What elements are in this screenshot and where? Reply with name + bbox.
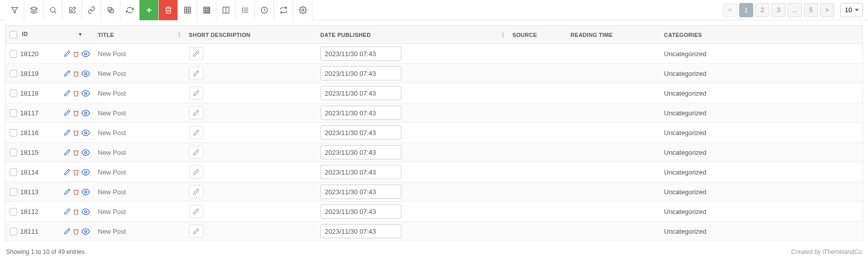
edit-description-button[interactable] — [189, 67, 203, 80]
row-title[interactable]: New Post — [94, 162, 185, 182]
edit-icon[interactable] — [64, 50, 71, 57]
sync-button[interactable] — [274, 0, 293, 20]
compose-button[interactable] — [63, 0, 82, 20]
row-title[interactable]: New Post — [94, 222, 185, 241]
row-checkbox[interactable] — [10, 149, 17, 156]
col-header-id[interactable]: ID ▼ — [6, 26, 94, 44]
row-title[interactable]: New Post — [94, 83, 185, 103]
row-title[interactable]: New Post — [94, 143, 185, 162]
date-input[interactable] — [321, 224, 401, 238]
row-title[interactable]: New Post — [94, 44, 185, 64]
edit-description-button[interactable] — [189, 47, 203, 60]
list-button[interactable] — [236, 0, 255, 20]
row-checkbox[interactable] — [10, 208, 17, 215]
grid-button[interactable] — [197, 0, 216, 20]
row-checkbox[interactable] — [10, 90, 17, 97]
edit-description-button[interactable] — [189, 185, 203, 198]
edit-description-button[interactable] — [189, 146, 203, 159]
view-icon[interactable] — [81, 89, 90, 98]
trash-icon[interactable] — [73, 228, 79, 235]
page-3[interactable]: 3 — [771, 3, 786, 17]
trash-icon[interactable] — [73, 90, 79, 97]
page-1[interactable]: 1 — [739, 3, 753, 17]
columns-button[interactable] — [216, 0, 236, 20]
row-checkbox[interactable] — [10, 70, 17, 77]
layers-button[interactable] — [24, 0, 43, 20]
select-all-checkbox[interactable] — [10, 31, 17, 38]
row-title[interactable]: New Post — [94, 202, 185, 222]
date-input[interactable] — [321, 185, 401, 199]
history-button[interactable] — [255, 0, 274, 20]
trash-icon[interactable] — [73, 189, 79, 195]
date-input[interactable] — [321, 165, 401, 179]
row-title[interactable]: New Post — [94, 64, 185, 83]
date-input[interactable] — [321, 204, 401, 219]
edit-description-button[interactable] — [189, 86, 203, 100]
date-input[interactable] — [321, 47, 401, 61]
view-icon[interactable] — [81, 207, 90, 216]
search-button[interactable] — [43, 0, 63, 20]
edit-description-button[interactable] — [189, 126, 203, 139]
col-header-date[interactable]: DATE PUBLISHED▲▼ — [316, 26, 509, 44]
col-header-short-desc[interactable]: SHORT DESCRIPTION — [185, 26, 316, 44]
page-2[interactable]: 2 — [755, 3, 769, 17]
trash-icon[interactable] — [73, 110, 79, 116]
view-icon[interactable] — [81, 188, 90, 196]
date-input[interactable] — [321, 106, 401, 120]
col-header-title[interactable]: TITLE▲▼ — [94, 26, 185, 44]
page-size-select[interactable]: 10 — [840, 3, 863, 17]
edit-icon[interactable] — [64, 228, 71, 235]
row-checkbox[interactable] — [10, 50, 17, 58]
view-icon[interactable] — [81, 50, 90, 58]
trash-icon[interactable] — [73, 208, 79, 215]
row-checkbox[interactable] — [10, 129, 17, 137]
row-title[interactable]: New Post — [94, 103, 185, 123]
copy-button[interactable] — [101, 0, 120, 20]
settings-button[interactable] — [293, 0, 312, 20]
edit-description-button[interactable] — [189, 205, 203, 218]
col-header-source[interactable]: SOURCE — [509, 26, 567, 44]
row-checkbox[interactable] — [10, 188, 17, 196]
col-header-reading[interactable]: READING TIME — [567, 26, 660, 44]
view-icon[interactable] — [81, 168, 90, 177]
page-next[interactable]: > — [820, 3, 834, 17]
row-title[interactable]: New Post — [94, 182, 185, 202]
row-checkbox[interactable] — [10, 109, 17, 117]
date-input[interactable] — [321, 66, 401, 80]
trash-icon[interactable] — [73, 169, 79, 176]
edit-icon[interactable] — [64, 109, 71, 116]
filter-button[interactable] — [5, 0, 24, 20]
delete-button[interactable] — [159, 0, 178, 20]
edit-icon[interactable] — [64, 129, 71, 136]
row-checkbox[interactable] — [10, 228, 17, 235]
page-...[interactable]: ... — [788, 3, 802, 17]
date-input[interactable] — [321, 145, 401, 159]
trash-icon[interactable] — [73, 149, 79, 156]
edit-icon[interactable] — [64, 188, 71, 195]
row-checkbox[interactable] — [10, 168, 17, 176]
trash-icon[interactable] — [73, 129, 79, 136]
row-title[interactable]: New Post — [94, 123, 185, 143]
edit-icon[interactable] — [64, 149, 71, 156]
view-icon[interactable] — [81, 128, 90, 137]
edit-description-button[interactable] — [189, 165, 203, 179]
refresh-button[interactable] — [120, 0, 140, 20]
trash-icon[interactable] — [73, 70, 79, 77]
trash-icon[interactable] — [73, 51, 79, 57]
date-input[interactable] — [321, 86, 401, 100]
add-button[interactable] — [140, 0, 159, 20]
link-button[interactable] — [82, 0, 101, 20]
edit-description-button[interactable] — [189, 106, 203, 119]
edit-icon[interactable] — [64, 208, 71, 215]
page-5[interactable]: 5 — [804, 3, 818, 17]
edit-icon[interactable] — [64, 70, 71, 77]
edit-icon[interactable] — [64, 90, 71, 97]
date-input[interactable] — [321, 125, 401, 140]
page-prev[interactable]: < — [723, 3, 737, 17]
view-icon[interactable] — [81, 69, 90, 78]
view-icon[interactable] — [81, 148, 90, 157]
col-header-categories[interactable]: CATEGORIES — [660, 26, 863, 44]
edit-description-button[interactable] — [189, 225, 203, 238]
view-icon[interactable] — [81, 227, 90, 236]
table-button[interactable] — [178, 0, 197, 20]
